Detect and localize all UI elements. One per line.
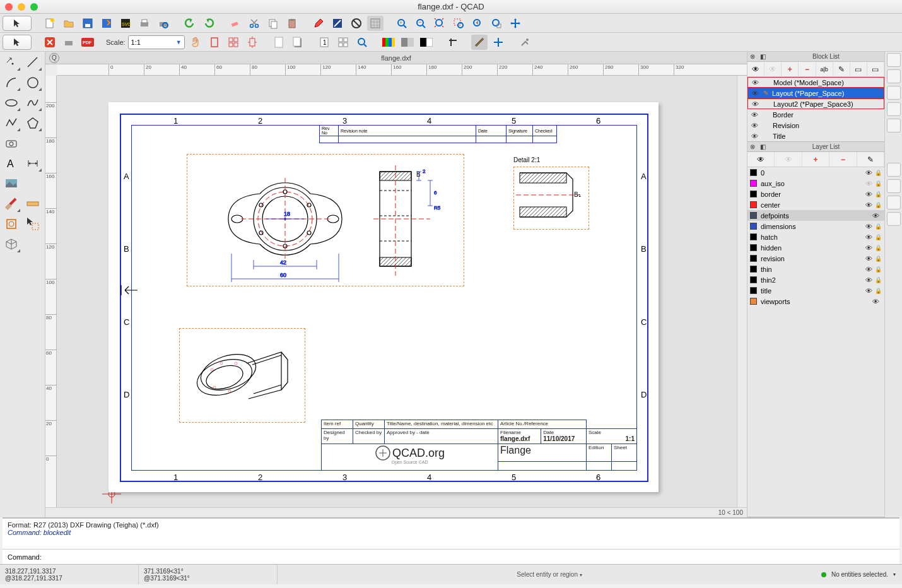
visibility-icon[interactable]: 👁 <box>864 266 873 273</box>
layer-item[interactable]: aux_iso👁🔒 <box>747 178 884 189</box>
block-item[interactable]: 👁✎Layout (*Paper_Space) <box>747 88 884 98</box>
strip-button[interactable] <box>887 196 901 209</box>
visibility-icon[interactable]: 👁 <box>871 212 880 220</box>
strip-button[interactable] <box>887 102 901 116</box>
layer-edit-button[interactable]: ✎ <box>857 152 884 167</box>
lineweight-toggle-button[interactable] <box>471 35 488 50</box>
block-rename-button[interactable]: a|b <box>816 62 833 76</box>
selection-menu-icon[interactable]: ▾ <box>893 572 896 577</box>
undock-panel-icon[interactable]: ◧ <box>758 143 768 150</box>
layer-item[interactable]: hidden👁🔒 <box>747 242 884 253</box>
horizontal-scrollbar[interactable]: 10 < 100 <box>45 507 747 517</box>
visibility-icon[interactable]: 👁 <box>864 191 873 198</box>
lock-icon[interactable]: 🔒 <box>875 191 882 197</box>
layer-item[interactable]: defpoints👁 <box>747 210 884 221</box>
zoom-extents-button[interactable] <box>431 16 448 31</box>
pan-button[interactable] <box>507 16 524 31</box>
layer-item[interactable]: hatch👁🔒 <box>747 232 884 242</box>
block-insert-button[interactable]: ▭ <box>850 62 867 76</box>
select-tool-button-2[interactable] <box>3 35 32 50</box>
ellipse-tool[interactable] <box>1 93 21 112</box>
arc-tool[interactable] <box>1 73 21 92</box>
export-svg-button[interactable]: SVG <box>117 16 134 31</box>
line-tool[interactable] <box>23 53 43 72</box>
lock-icon[interactable]: 🔒 <box>875 288 882 294</box>
layer-visible-icon[interactable]: 👁 <box>747 152 775 167</box>
visibility-icon[interactable]: 👁 <box>864 169 873 177</box>
isometric-tool[interactable] <box>1 235 21 254</box>
strip-button[interactable] <box>887 212 901 226</box>
save-file-button[interactable] <box>79 16 96 31</box>
block-hidden-icon[interactable]: 👁 <box>764 62 782 76</box>
block-item[interactable]: 👁Model (*Model_Space) <box>747 77 884 88</box>
hand-tool-button[interactable] <box>187 35 204 50</box>
vertical-scrollbar[interactable] <box>737 76 747 507</box>
lock-icon[interactable]: 🔒 <box>875 170 882 176</box>
color-mode-button[interactable] <box>380 35 397 50</box>
visibility-icon[interactable]: 👁 <box>864 223 873 230</box>
visibility-icon[interactable]: 👁 <box>751 90 759 97</box>
zoom-out-button[interactable]: − <box>413 16 429 31</box>
block-remove-button[interactable]: − <box>799 62 816 76</box>
crop-button[interactable] <box>445 35 461 50</box>
layer-hidden-icon[interactable]: 👁 <box>775 152 802 167</box>
camera-tool[interactable] <box>1 134 21 153</box>
polyline-tool[interactable] <box>1 114 21 132</box>
bw-button[interactable] <box>418 35 435 50</box>
strip-button[interactable] <box>887 69 901 83</box>
layer-item[interactable]: viewports👁 <box>747 296 884 307</box>
page-grid-button[interactable] <box>225 35 242 50</box>
layer-item[interactable]: dimensions👁🔒 <box>747 221 884 232</box>
ruler-tool[interactable] <box>23 194 43 213</box>
lock-icon[interactable]: 🔒 <box>875 202 882 208</box>
image-tool[interactable] <box>1 174 21 193</box>
lock-icon[interactable]: 🔒 <box>875 234 882 240</box>
page-blank-button[interactable] <box>271 35 287 50</box>
text-tool[interactable]: A <box>1 154 21 173</box>
layer-item[interactable]: center👁🔒 <box>747 199 884 210</box>
print-layout-button[interactable] <box>61 35 77 50</box>
settings-button[interactable] <box>517 35 533 50</box>
visibility-icon[interactable]: 👁 <box>751 100 759 108</box>
cut-button[interactable] <box>246 16 262 31</box>
select-region-tool[interactable] <box>23 215 43 233</box>
measure-button[interactable] <box>329 16 346 31</box>
edit-entity-button[interactable] <box>310 16 327 31</box>
block-item[interactable]: 👁Title <box>747 131 884 141</box>
block-create-button[interactable]: ▭ <box>867 62 884 76</box>
open-file-button[interactable] <box>61 16 77 31</box>
lock-icon[interactable]: 🔒 <box>875 266 882 273</box>
select-tool-button[interactable] <box>3 16 32 31</box>
grid-toggle-button[interactable] <box>367 16 384 31</box>
close-panel-icon[interactable]: ⊗ <box>747 143 758 150</box>
command-input[interactable] <box>42 553 894 561</box>
block-item[interactable]: 👁Border <box>747 109 884 120</box>
block-add-button[interactable]: + <box>782 62 799 76</box>
export-pdf-button[interactable]: PDF <box>79 35 96 50</box>
strip-button[interactable] <box>887 119 901 132</box>
undock-panel-icon[interactable]: ◧ <box>758 53 768 60</box>
layer-item[interactable]: thin2👁🔒 <box>747 274 884 285</box>
zoom-previous-button[interactable] <box>469 16 486 31</box>
visibility-icon[interactable]: 👁 <box>751 79 759 86</box>
lock-icon[interactable]: 🔒 <box>875 277 882 283</box>
layer-item[interactable]: thin👁🔒 <box>747 264 884 274</box>
visibility-icon[interactable]: 👁 <box>750 111 759 119</box>
visibility-icon[interactable]: 👁 <box>864 287 873 295</box>
print-preview-button[interactable] <box>155 16 172 31</box>
origin-marker-button[interactable] <box>490 35 507 50</box>
document-tab[interactable]: flange.dxf <box>45 54 747 62</box>
layer-item[interactable]: border👁🔒 <box>747 189 884 199</box>
save-as-button[interactable] <box>98 16 115 31</box>
visibility-icon[interactable]: 👁 <box>864 180 873 187</box>
block-item[interactable]: 👁Layout2 (*Paper_Space3) <box>747 98 884 109</box>
redo-button[interactable] <box>201 16 217 31</box>
block-item[interactable]: 👁Revision <box>747 120 884 131</box>
close-layout-button[interactable] <box>42 35 58 50</box>
dimension-tool[interactable] <box>23 154 43 173</box>
layer-item[interactable]: title👁🔒 <box>747 285 884 296</box>
measure-tool[interactable] <box>1 194 21 213</box>
erase-button[interactable] <box>227 16 243 31</box>
layer-remove-button[interactable]: − <box>829 152 857 167</box>
visibility-icon[interactable]: 👁 <box>864 255 873 262</box>
